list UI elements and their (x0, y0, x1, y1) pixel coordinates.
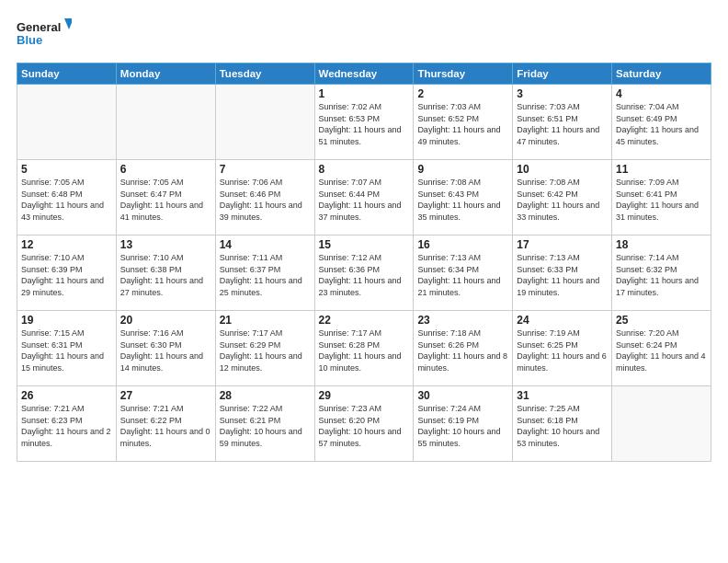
weekday-header: Sunday (17, 63, 117, 85)
weekday-header: Wednesday (314, 63, 414, 85)
calendar-cell: 30Sunrise: 7:24 AMSunset: 6:19 PMDayligh… (414, 386, 513, 462)
day-number: 24 (517, 314, 608, 327)
day-number: 30 (417, 389, 508, 402)
calendar-cell: 26Sunrise: 7:21 AMSunset: 6:23 PMDayligh… (17, 386, 117, 462)
svg-text:Blue: Blue (17, 33, 42, 47)
calendar-week-row: 1Sunrise: 7:02 AMSunset: 6:53 PMDaylight… (17, 85, 711, 160)
day-number: 5 (21, 163, 112, 176)
calendar-cell: 29Sunrise: 7:23 AMSunset: 6:20 PMDayligh… (314, 386, 414, 462)
day-info: Sunrise: 7:07 AMSunset: 6:44 PMDaylight:… (319, 177, 410, 223)
day-number: 7 (220, 163, 311, 176)
calendar-cell (116, 85, 215, 160)
day-number: 23 (417, 314, 508, 327)
day-info: Sunrise: 7:21 AMSunset: 6:22 PMDaylight:… (120, 403, 211, 449)
day-info: Sunrise: 7:10 AMSunset: 6:38 PMDaylight:… (120, 252, 211, 298)
day-number: 28 (220, 389, 311, 402)
day-info: Sunrise: 7:14 AMSunset: 6:32 PMDaylight:… (616, 252, 707, 298)
calendar-cell (215, 85, 314, 160)
calendar-cell: 28Sunrise: 7:22 AMSunset: 6:21 PMDayligh… (215, 386, 314, 462)
calendar-cell: 6Sunrise: 7:05 AMSunset: 6:47 PMDaylight… (116, 160, 215, 236)
logo-svg: General Blue (17, 17, 72, 53)
day-number: 9 (417, 163, 508, 176)
day-number: 14 (220, 238, 311, 251)
day-info: Sunrise: 7:03 AMSunset: 6:51 PMDaylight:… (517, 101, 608, 147)
day-number: 19 (21, 314, 112, 327)
day-number: 4 (616, 87, 707, 100)
calendar-cell: 24Sunrise: 7:19 AMSunset: 6:25 PMDayligh… (513, 311, 612, 386)
calendar-week-row: 12Sunrise: 7:10 AMSunset: 6:39 PMDayligh… (17, 236, 711, 311)
calendar-cell: 16Sunrise: 7:13 AMSunset: 6:34 PMDayligh… (414, 236, 513, 311)
day-info: Sunrise: 7:06 AMSunset: 6:46 PMDaylight:… (220, 177, 311, 223)
calendar-week-row: 19Sunrise: 7:15 AMSunset: 6:31 PMDayligh… (17, 311, 711, 386)
day-number: 13 (120, 238, 211, 251)
day-info: Sunrise: 7:04 AMSunset: 6:49 PMDaylight:… (616, 101, 707, 147)
page: General Blue SundayMondayTuesdayWednesda… (0, 0, 728, 563)
day-number: 6 (120, 163, 211, 176)
day-info: Sunrise: 7:05 AMSunset: 6:48 PMDaylight:… (21, 177, 112, 223)
header: General Blue (17, 17, 711, 53)
weekday-header: Tuesday (215, 63, 314, 85)
calendar-cell: 31Sunrise: 7:25 AMSunset: 6:18 PMDayligh… (513, 386, 612, 462)
day-info: Sunrise: 7:13 AMSunset: 6:34 PMDaylight:… (417, 252, 508, 298)
calendar-cell: 14Sunrise: 7:11 AMSunset: 6:37 PMDayligh… (215, 236, 314, 311)
weekday-header: Thursday (414, 63, 513, 85)
day-info: Sunrise: 7:17 AMSunset: 6:29 PMDaylight:… (220, 327, 311, 373)
calendar-week-row: 5Sunrise: 7:05 AMSunset: 6:48 PMDaylight… (17, 160, 711, 236)
day-number: 20 (120, 314, 211, 327)
calendar-cell: 3Sunrise: 7:03 AMSunset: 6:51 PMDaylight… (513, 85, 612, 160)
day-number: 16 (417, 238, 508, 251)
day-number: 27 (120, 389, 211, 402)
weekday-header-row: SundayMondayTuesdayWednesdayThursdayFrid… (17, 63, 711, 85)
day-info: Sunrise: 7:08 AMSunset: 6:42 PMDaylight:… (517, 177, 608, 223)
day-info: Sunrise: 7:19 AMSunset: 6:25 PMDaylight:… (517, 327, 608, 373)
svg-marker-2 (64, 18, 72, 29)
day-number: 18 (616, 238, 707, 251)
calendar-cell: 2Sunrise: 7:03 AMSunset: 6:52 PMDaylight… (414, 85, 513, 160)
weekday-header: Saturday (612, 63, 711, 85)
calendar-cell: 1Sunrise: 7:02 AMSunset: 6:53 PMDaylight… (314, 85, 414, 160)
logo: General Blue (17, 17, 72, 53)
day-info: Sunrise: 7:22 AMSunset: 6:21 PMDaylight:… (220, 403, 311, 449)
calendar-cell: 20Sunrise: 7:16 AMSunset: 6:30 PMDayligh… (116, 311, 215, 386)
day-info: Sunrise: 7:12 AMSunset: 6:36 PMDaylight:… (319, 252, 410, 298)
calendar-cell: 15Sunrise: 7:12 AMSunset: 6:36 PMDayligh… (314, 236, 414, 311)
day-info: Sunrise: 7:08 AMSunset: 6:43 PMDaylight:… (417, 177, 508, 223)
calendar: SundayMondayTuesdayWednesdayThursdayFrid… (17, 63, 711, 462)
svg-text:General: General (17, 20, 61, 34)
calendar-cell: 9Sunrise: 7:08 AMSunset: 6:43 PMDaylight… (414, 160, 513, 236)
calendar-cell: 17Sunrise: 7:13 AMSunset: 6:33 PMDayligh… (513, 236, 612, 311)
calendar-cell: 22Sunrise: 7:17 AMSunset: 6:28 PMDayligh… (314, 311, 414, 386)
weekday-header: Monday (116, 63, 215, 85)
day-number: 26 (21, 389, 112, 402)
calendar-cell: 12Sunrise: 7:10 AMSunset: 6:39 PMDayligh… (17, 236, 117, 311)
day-info: Sunrise: 7:10 AMSunset: 6:39 PMDaylight:… (21, 252, 112, 298)
day-number: 10 (517, 163, 608, 176)
day-info: Sunrise: 7:11 AMSunset: 6:37 PMDaylight:… (220, 252, 311, 298)
day-number: 15 (319, 238, 410, 251)
day-number: 22 (319, 314, 410, 327)
day-number: 21 (220, 314, 311, 327)
day-info: Sunrise: 7:24 AMSunset: 6:19 PMDaylight:… (417, 403, 508, 449)
calendar-cell: 8Sunrise: 7:07 AMSunset: 6:44 PMDaylight… (314, 160, 414, 236)
calendar-cell: 19Sunrise: 7:15 AMSunset: 6:31 PMDayligh… (17, 311, 117, 386)
day-info: Sunrise: 7:18 AMSunset: 6:26 PMDaylight:… (417, 327, 508, 373)
day-number: 31 (517, 389, 608, 402)
day-info: Sunrise: 7:02 AMSunset: 6:53 PMDaylight:… (319, 101, 410, 147)
day-number: 17 (517, 238, 608, 251)
calendar-cell: 7Sunrise: 7:06 AMSunset: 6:46 PMDaylight… (215, 160, 314, 236)
calendar-week-row: 26Sunrise: 7:21 AMSunset: 6:23 PMDayligh… (17, 386, 711, 462)
calendar-cell: 23Sunrise: 7:18 AMSunset: 6:26 PMDayligh… (414, 311, 513, 386)
day-number: 25 (616, 314, 707, 327)
day-number: 1 (319, 87, 410, 100)
day-number: 29 (319, 389, 410, 402)
calendar-cell: 11Sunrise: 7:09 AMSunset: 6:41 PMDayligh… (612, 160, 711, 236)
day-number: 3 (517, 87, 608, 100)
calendar-cell (17, 85, 117, 160)
day-number: 11 (616, 163, 707, 176)
calendar-cell: 13Sunrise: 7:10 AMSunset: 6:38 PMDayligh… (116, 236, 215, 311)
day-info: Sunrise: 7:16 AMSunset: 6:30 PMDaylight:… (120, 327, 211, 373)
day-info: Sunrise: 7:21 AMSunset: 6:23 PMDaylight:… (21, 403, 112, 449)
day-number: 2 (417, 87, 508, 100)
day-info: Sunrise: 7:17 AMSunset: 6:28 PMDaylight:… (319, 327, 410, 373)
day-info: Sunrise: 7:23 AMSunset: 6:20 PMDaylight:… (319, 403, 410, 449)
